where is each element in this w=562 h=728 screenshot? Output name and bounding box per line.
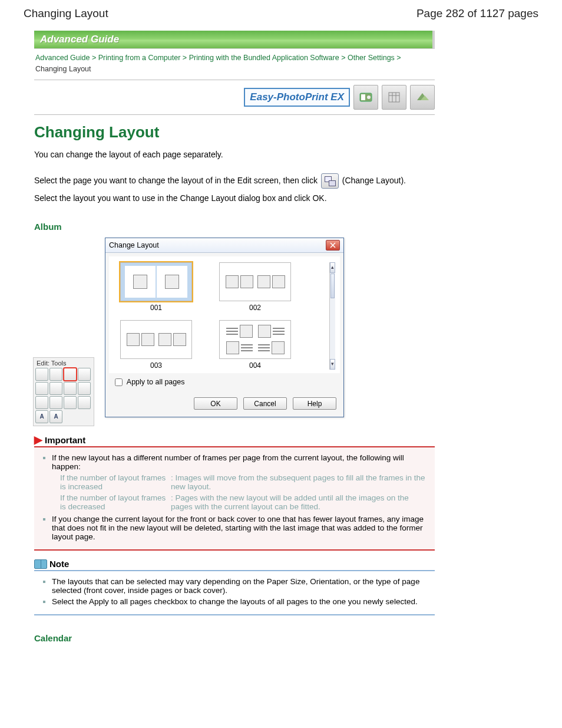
breadcrumb-sep: >: [396, 54, 401, 62]
close-button[interactable]: [326, 240, 340, 251]
change-layout-dialog: Change Layout 001: [105, 238, 344, 417]
tool-edit-icon[interactable]: [78, 396, 91, 409]
breadcrumb-link[interactable]: Other Settings: [348, 54, 395, 62]
layout-thumb-label: 002: [214, 304, 296, 312]
tool-text-settings-icon[interactable]: A: [49, 410, 62, 423]
scrollbar[interactable]: ▴ ▾: [329, 262, 335, 370]
important-title: Important: [45, 435, 85, 445]
tool-page-setup-icon[interactable]: [35, 396, 48, 409]
page-title: Changing Layout: [34, 123, 435, 141]
album-subhead: Album: [34, 222, 435, 232]
layout-thumb[interactable]: 001: [115, 262, 197, 312]
scroll-down-icon[interactable]: ▾: [330, 359, 335, 370]
cond-desc: : Pages with the new layout will be adde…: [171, 493, 431, 511]
tool-add-text-icon[interactable]: A: [35, 410, 48, 423]
doc-title: Changing Layout: [24, 7, 108, 20]
note-bullet: The layouts that can be selected may var…: [52, 577, 419, 595]
layout-mode-icon: [410, 85, 435, 110]
page-counter: Page 282 of 1127 pages: [416, 7, 538, 20]
tool-background-icon[interactable]: [78, 382, 91, 395]
dialog-title: Change Layout: [109, 241, 159, 249]
layout-thumb-label: 003: [115, 361, 197, 370]
important-bullet: If you change the current layout for the…: [52, 515, 424, 541]
layout-thumb[interactable]: 004: [214, 320, 296, 370]
note-bullet: Select the Apply to all pages checkbox t…: [52, 597, 418, 606]
edit-tools-title: Edit: Tools: [35, 359, 92, 368]
tool-print-date-icon[interactable]: [49, 396, 62, 409]
intro-text: (Change Layout).: [342, 176, 406, 185]
scroll-up-icon[interactable]: ▴: [330, 262, 335, 273]
cond-label: If the number of layout frames is decrea…: [60, 493, 166, 511]
tool-swap-icon[interactable]: [78, 368, 91, 381]
intro-paragraph: You can change the layout of each page s…: [34, 149, 435, 160]
cond-desc: : Images will move from the subsequent p…: [171, 473, 431, 491]
tool-crop-icon[interactable]: [49, 382, 62, 395]
breadcrumb: Advanced Guide > Printing from a Compute…: [34, 49, 435, 80]
breadcrumb-sep: >: [183, 54, 187, 62]
cancel-button[interactable]: Cancel: [243, 397, 287, 410]
tool-frame-icon[interactable]: [64, 382, 77, 395]
edit-tools-panel: Edit: Tools A A: [33, 357, 94, 426]
breadcrumb-current: Changing Layout: [35, 65, 91, 73]
svg-rect-1: [361, 94, 365, 100]
calendar-subhead: Calendar: [34, 633, 435, 643]
layout-thumb[interactable]: 002: [214, 262, 296, 312]
breadcrumb-sep: >: [92, 54, 96, 62]
intro-paragraph: Select the layout you want to use in the…: [34, 192, 435, 204]
tool-change-layout-icon[interactable]: [64, 368, 77, 381]
scroll-thumb[interactable]: [330, 274, 335, 298]
album-mode-icon: [353, 85, 378, 110]
breadcrumb-link[interactable]: Printing from a Computer: [98, 54, 181, 62]
help-button[interactable]: Help: [293, 397, 336, 410]
tool-add-image-icon[interactable]: [35, 382, 48, 395]
apply-all-text: Apply to all pages: [127, 378, 185, 386]
layout-thumb-label: 004: [214, 361, 296, 370]
breadcrumb-link[interactable]: Printing with the Bundled Application So…: [189, 54, 339, 62]
intro-paragraph: Select the page you want to change the l…: [34, 173, 435, 189]
breadcrumb-sep: >: [341, 54, 345, 62]
tool-rotate-right-icon[interactable]: [49, 368, 62, 381]
flag-icon: ▶: [34, 434, 42, 445]
svg-rect-3: [389, 93, 399, 102]
change-layout-icon: [321, 173, 339, 189]
note-title: Note: [49, 559, 69, 569]
intro-text: Select the page you want to change the l…: [34, 176, 320, 185]
cond-label: If the number of layout frames is increa…: [60, 473, 166, 491]
svg-point-2: [367, 95, 371, 99]
apply-all-label[interactable]: Apply to all pages: [113, 378, 184, 386]
tool-arrange-icon[interactable]: [64, 396, 77, 409]
important-bullet: If the new layout has a different number…: [52, 453, 404, 471]
close-icon: [330, 242, 336, 248]
app-logo-label: Easy-PhotoPrint EX: [244, 88, 350, 107]
note-callout: Note The layouts that can be selected ma…: [34, 559, 435, 615]
guide-banner: Advanced Guide: [34, 31, 435, 49]
layout-thumb-label: 001: [115, 304, 197, 312]
apply-all-checkbox[interactable]: [115, 378, 123, 386]
note-icon: [34, 559, 47, 569]
calendar-mode-icon: [382, 85, 406, 110]
breadcrumb-link[interactable]: Advanced Guide: [35, 54, 90, 62]
important-callout: ▶ Important If the new layout has a diff…: [34, 434, 435, 551]
tool-rotate-left-icon[interactable]: [35, 368, 48, 381]
ok-button[interactable]: OK: [194, 397, 237, 410]
layout-thumb[interactable]: 003: [115, 320, 197, 370]
